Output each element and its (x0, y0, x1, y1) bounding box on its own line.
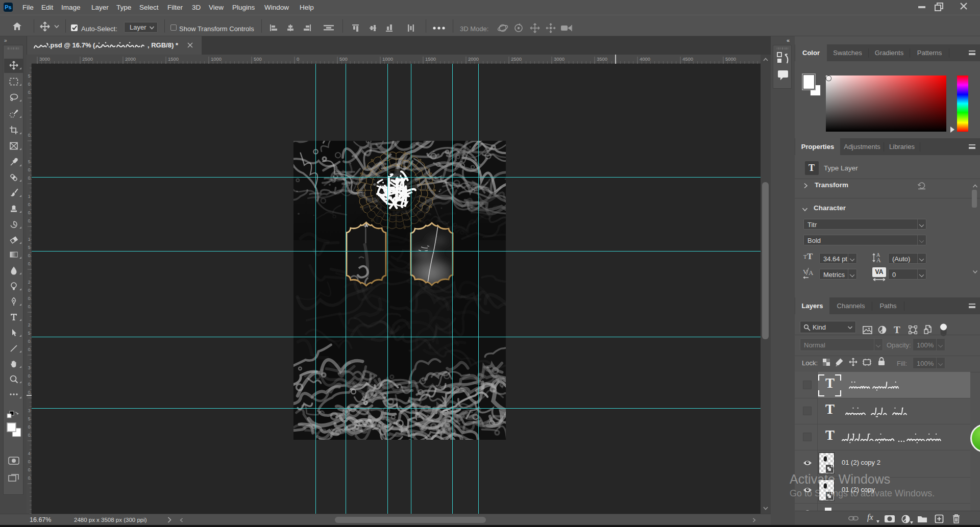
svg-text:5: 5 (28, 245, 31, 250)
svg-text:1000: 1000 (382, 56, 393, 62)
svg-text:1: 1 (28, 237, 31, 242)
svg-text:0: 0 (28, 261, 31, 266)
svg-text:2000: 2000 (468, 56, 479, 62)
svg-text:0: 0 (28, 253, 31, 258)
svg-text:4000: 4000 (640, 56, 650, 62)
svg-text:1500: 1500 (425, 56, 436, 62)
svg-text:0: 0 (28, 390, 31, 395)
svg-text:0: 0 (28, 347, 31, 352)
svg-text:0: 0 (28, 339, 31, 344)
svg-text:2500: 2500 (82, 56, 93, 62)
svg-text:3000: 3000 (39, 56, 50, 62)
svg-text:3500: 3500 (597, 56, 607, 62)
svg-text:1: 1 (28, 194, 31, 199)
svg-text:3000: 3000 (554, 56, 565, 62)
svg-text:0: 0 (28, 90, 31, 95)
svg-text:500: 500 (339, 56, 348, 62)
svg-text:0: 0 (28, 210, 31, 215)
svg-text:3: 3 (28, 408, 31, 413)
svg-text:A: A (808, 269, 814, 277)
svg-text:0: 0 (297, 56, 299, 62)
svg-text:0: 0 (28, 382, 31, 387)
svg-text:0: 0 (28, 218, 31, 223)
svg-text:0: 0 (28, 475, 31, 481)
svg-text:5: 5 (28, 331, 31, 336)
svg-text:0: 0 (28, 424, 31, 430)
svg-text:5: 5 (28, 416, 31, 421)
svg-text:2: 2 (28, 322, 31, 328)
svg-text:0: 0 (28, 202, 31, 207)
svg-text:4500: 4500 (682, 56, 693, 62)
svg-text:0: 0 (28, 175, 31, 181)
svg-text:1500: 1500 (168, 56, 179, 62)
svg-text:0: 0 (28, 373, 31, 379)
svg-text:0: 0 (28, 467, 31, 472)
svg-text:2500: 2500 (511, 56, 522, 62)
svg-text:0: 0 (28, 304, 31, 309)
svg-text:4: 4 (28, 451, 31, 456)
svg-text:5: 5 (28, 159, 31, 164)
svg-text:2: 2 (28, 280, 31, 285)
svg-text:1000: 1000 (211, 56, 222, 62)
svg-text:0: 0 (28, 296, 31, 301)
svg-text:0: 0 (28, 433, 31, 438)
svg-text:0: 0 (28, 133, 31, 138)
svg-text:0: 0 (28, 459, 31, 464)
svg-text:0: 0 (28, 288, 31, 293)
svg-text:5000: 5000 (725, 56, 736, 62)
svg-text:3: 3 (28, 365, 31, 370)
svg-text:5: 5 (28, 73, 31, 79)
svg-text:A: A (876, 257, 881, 264)
svg-text:500: 500 (254, 56, 262, 62)
svg-text:2000: 2000 (125, 56, 136, 62)
svg-text:0: 0 (28, 167, 31, 172)
svg-text:0: 0 (28, 82, 31, 87)
